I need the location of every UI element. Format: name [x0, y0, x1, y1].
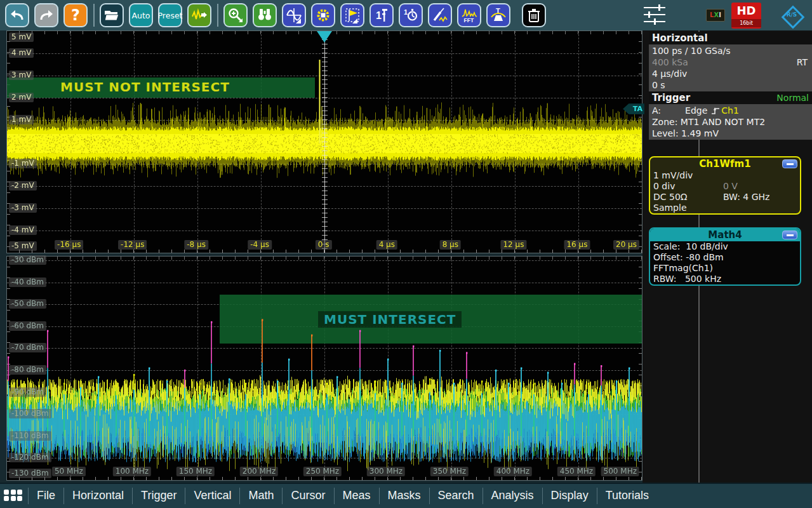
horizontal-header[interactable]: Horizontal	[649, 32, 812, 44]
delete-button[interactable]	[522, 3, 546, 27]
menu-item-cursor[interactable]: Cursor	[283, 483, 333, 508]
svg-text:FFT: FFT	[464, 17, 474, 23]
horizontal-position: 0 s	[652, 79, 809, 91]
menu-item-trigger[interactable]: Trigger	[133, 483, 185, 508]
math4-expression: FFTmag(Ch1)	[650, 263, 800, 274]
menu-item-horizontal[interactable]: Horizontal	[64, 483, 132, 508]
ch1-bandwidth: BW: 4 GHz	[723, 192, 769, 203]
trigger-a-row: A:EdgeCh1	[652, 105, 809, 116]
mask-test-button[interactable]	[311, 3, 335, 27]
apps-grid-icon[interactable]	[4, 490, 23, 503]
hd-mode-badge[interactable]: HD16bit	[731, 3, 761, 29]
menu-item-meas[interactable]: Meas	[335, 483, 379, 508]
redo-button[interactable]	[34, 3, 58, 27]
open-file-button[interactable]	[100, 3, 124, 27]
y-axis-label: -120 dBm	[9, 453, 51, 462]
x-axis-label: 8 µs	[440, 240, 461, 250]
help-button[interactable]: ?	[63, 3, 88, 27]
menu-item-math[interactable]: Math	[240, 483, 282, 508]
fft-button[interactable]: FFT	[457, 3, 481, 27]
search-button[interactable]	[253, 3, 277, 27]
y-axis-label: -50 dBm	[9, 299, 46, 309]
fft-spectrum	[7, 257, 642, 480]
y-axis-label: 2 mV	[9, 93, 34, 102]
signal-bar: Horizontal 100 ps / 10 GSa/s 400 kSa RT …	[642, 30, 812, 483]
measurement-button[interactable]: 1	[369, 3, 394, 27]
ch1-waveform-panel[interactable]: Ch1Wfm1 1 mV/div 0 div 0 V DC 50Ω BW: 4 …	[649, 156, 801, 215]
y-axis-label: -130 dBm	[9, 469, 51, 478]
toolbar: ?AutoPreset11FFTTLXIHD16bitR∕S	[0, 0, 812, 30]
display-settings-button[interactable]	[644, 6, 665, 25]
minimize-button[interactable]	[782, 159, 797, 168]
trigger-position-ruler	[322, 31, 328, 253]
math4-panel-header[interactable]: Math4	[650, 229, 800, 241]
x-axis-label: 4 µs	[376, 240, 397, 250]
ch1-panel-header[interactable]: Ch1Wfm1	[650, 157, 800, 170]
realtime-badge: RT	[797, 57, 808, 68]
x-axis-label: 150 MHz	[176, 467, 215, 476]
annotation-button[interactable]	[282, 3, 306, 27]
y-axis-label: -40 dBm	[9, 277, 46, 287]
math4-panel[interactable]: Math4 Scale: 10 dB/div Offset: -80 dBm F…	[649, 227, 801, 286]
y-axis-label: -60 dBm	[9, 321, 46, 331]
trigger-position-marker[interactable]	[317, 31, 332, 43]
math4-scale: Scale: 10 dB/div	[650, 241, 800, 252]
rohde-schwarz-logo: R∕S	[782, 6, 801, 25]
y-axis-label: -4 mV	[9, 225, 37, 235]
demo-signal-button[interactable]	[187, 3, 211, 27]
record-length: 400 kSa	[652, 57, 688, 67]
ch1-scale: 1 mV/div	[650, 170, 800, 181]
x-axis-label: 400 MHz	[494, 467, 532, 476]
time-domain-graticule: MUST NOT INTERSECT TA C1 5 mV4 mV3 mV2 m…	[6, 30, 642, 253]
y-axis-label: 4 mV	[9, 48, 34, 58]
horizontal-title: Horizontal	[652, 32, 708, 44]
y-axis-label: -100 dBm	[9, 409, 51, 418]
x-axis-label: 100 MHz	[113, 467, 151, 476]
x-axis-label: -12 µs	[118, 240, 147, 250]
autoset-button[interactable]: Auto	[129, 3, 153, 27]
probe-setup-button[interactable]	[428, 3, 452, 27]
x-axis-label: -8 µs	[184, 240, 208, 250]
y-axis-label: -80 dBm	[9, 365, 46, 375]
zoom-button[interactable]	[223, 3, 248, 27]
x-axis-label: 500 MHz	[601, 467, 639, 476]
menu-item-masks[interactable]: Masks	[380, 483, 429, 508]
zone-trigger-button[interactable]	[340, 3, 364, 27]
trigger-header[interactable]: Trigger Normal	[649, 91, 812, 104]
svg-text:1: 1	[376, 10, 382, 21]
minimize-button[interactable]	[782, 231, 797, 239]
x-axis-label: 20 µs	[613, 240, 639, 250]
ch1-decimation-mode: Sample	[650, 203, 800, 213]
x-axis-label: 16 µs	[564, 240, 590, 250]
horizontal-trigger-panel[interactable]: Horizontal 100 ps / 10 GSa/s 400 kSa RT …	[649, 32, 812, 140]
x-axis-label: 350 MHz	[430, 467, 469, 476]
menu-item-file[interactable]: File	[29, 483, 63, 508]
toolbar-divider	[93, 4, 95, 27]
timing-measurement-button[interactable]: 1	[399, 3, 423, 27]
menu-item-display[interactable]: Display	[543, 483, 597, 508]
ch1-panel-title: Ch1Wfm1	[699, 158, 750, 170]
y-axis-label: -2 mV	[9, 181, 37, 190]
x-axis-label: -4 µs	[248, 240, 272, 250]
menu-item-tutorials[interactable]: Tutorials	[597, 483, 657, 508]
undo-button[interactable]	[5, 3, 29, 27]
x-axis-label: -16 µs	[55, 240, 83, 250]
menu-item-vertical[interactable]: Vertical	[185, 483, 239, 508]
x-axis-label: 300 MHz	[367, 467, 405, 476]
trigger-a-type: Edge	[685, 105, 707, 116]
menu-item-search[interactable]: Search	[430, 483, 483, 508]
y-axis-label: -3 mV	[9, 203, 37, 213]
trigger-zone-expression: Zone: MT1 AND NOT MT2	[652, 116, 809, 128]
lxi-status-icon: LXI	[706, 9, 725, 22]
trigger-a-source: Ch1	[721, 105, 739, 116]
preset-button[interactable]: Preset	[158, 3, 182, 27]
svg-text:1: 1	[404, 8, 408, 16]
bottom-menu-bar: FileHorizontalTriggerVerticalMathCursorM…	[0, 483, 812, 508]
histogram-mask-button[interactable]: T	[486, 3, 510, 27]
menu-item-analysis[interactable]: Analysis	[483, 483, 542, 508]
y-axis-label: -90 dBm	[9, 387, 46, 397]
math4-panel-title: Math4	[708, 229, 742, 241]
x-axis-label: 200 MHz	[240, 467, 278, 476]
y-axis-label: -110 dBm	[9, 431, 51, 441]
x-axis-label: 250 MHz	[303, 467, 342, 476]
